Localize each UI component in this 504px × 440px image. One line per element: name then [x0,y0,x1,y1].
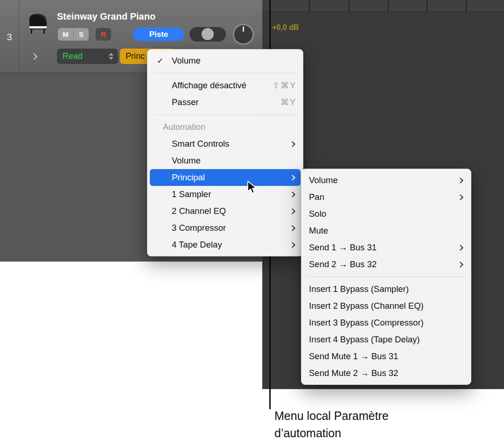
menu-item-insert-3-bypass-compressor[interactable]: Insert 3 Bypass (Compressor) [301,314,471,331]
menu-item-principal[interactable]: Principal [150,169,301,186]
menu-item-insert-1-bypass-sampler[interactable]: Insert 1 Bypass (Sampler) [301,281,471,298]
up-down-arrows-icon [109,53,113,60]
menu-separator [153,73,297,73]
menu-item-label: 4 Tape Delay [172,240,222,250]
menu-item-label: Send 2 → Bus 32 [309,259,377,270]
menu-item-mute[interactable]: Mute [301,222,471,239]
menu-item-label: Volume [172,56,201,66]
submenu-chevron-icon [289,175,295,181]
menu-item-label: Affichage désactivé [172,80,246,91]
menu-separator [153,114,297,115]
mouse-cursor-icon [246,180,259,194]
menu-item-label: Mute [309,226,328,236]
track-number-divider [19,0,19,73]
volume-knob[interactable] [233,24,254,45]
solo-button[interactable]: S [73,28,89,41]
menu-item-send-2-bus-32[interactable]: Send 2 → Bus 32 [301,256,471,273]
submenu-chevron-icon [457,262,463,268]
menu-item-pan[interactable]: Pan [301,189,471,206]
shortcut-label: ⇧⌘Y [273,80,296,91]
menu-item-volume[interactable]: Volume [147,152,303,169]
submenu-chevron-icon [457,194,463,200]
menu-item-label: Send Mute 2 → Bus 32 [309,368,398,378]
menu-item-label: 1 Sampler [172,189,211,199]
menu-item-insert-2-bypass-channel-eq[interactable]: Insert 2 Bypass (Channel EQ) [301,298,471,314]
caption: Menu local Paramètre d’automation [274,407,389,440]
automation-mode-select[interactable]: Read [57,49,118,64]
mute-button[interactable]: M [58,28,73,41]
menu-section-header-automation: Automation [147,119,303,135]
track-number: 3 [0,32,19,43]
caption-line-2: d’automation [274,425,389,440]
menu-item-label: Volume [309,175,338,185]
menu-item-label: Insert 4 Bypass (Tape Delay) [309,334,420,345]
caption-line-1: Menu local Paramètre [274,407,389,425]
menu-item-label: Solo [309,209,326,219]
track-on-toggle[interactable] [189,27,226,42]
menu-item-volume[interactable]: Volume [301,172,471,189]
menu-item-4-tape-delay[interactable]: 4 Tape Delay [147,236,303,253]
submenu-chevron-icon [457,177,463,184]
ruler-tick [309,0,310,12]
menu-separator [307,277,465,277]
menu-item-insert-4-bypass-tape-delay[interactable]: Insert 4 Bypass (Tape Delay) [301,331,471,348]
ruler-tick [349,0,350,12]
checkmark-icon: ✓ [157,56,163,66]
screenshot-root: +0,0 dB 3 Steinway Grand Piano M S R Pis… [0,0,504,440]
menu-item-label: Send 1 → Bus 31 [309,242,377,253]
submenu-chevron-icon [289,225,295,231]
record-enable-button[interactable]: R [96,28,111,41]
ruler-tick [466,0,467,12]
disclosure-chevron-icon[interactable] [32,52,36,61]
shortcut-label: ⌘Y [280,97,296,107]
piste-button[interactable]: Piste [133,28,184,41]
automation-mode-label: Read [63,51,83,61]
automation-parameter-menu: ✓VolumeAffichage désactivé⇧⌘YPasser⌘YAut… [147,49,303,256]
menu-item-label: Smart Controls [172,139,229,149]
toggle-knob [202,28,214,40]
knob-pointer [243,26,244,32]
ruler-tick [427,0,427,12]
menu-item-solo[interactable]: Solo [301,206,471,222]
submenu-chevron-icon [289,141,295,147]
menu-item-send-mute-2-bus-32[interactable]: Send Mute 2 → Bus 32 [301,365,471,382]
track-title: Steinway Grand Piano [57,11,155,22]
menu-item-label: Insert 2 Bypass (Channel EQ) [309,301,424,311]
menu-item-passer[interactable]: Passer⌘Y [147,94,303,111]
automation-db-value: +0,0 dB [272,23,299,32]
submenu-chevron-icon [289,242,295,248]
menu-item-label: Pan [309,192,324,202]
menu-item-send-mute-1-bus-31[interactable]: Send Mute 1 → Bus 31 [301,348,471,365]
mute-solo-group: M S [58,28,89,41]
menu-item-label: Volume [172,156,201,166]
grand-piano-icon[interactable] [26,12,49,36]
ruler-strip [262,0,504,12]
submenu-chevron-icon [289,208,295,214]
menu-item-2-channel-eq[interactable]: 2 Channel EQ [147,203,303,220]
ruler-tick [388,0,389,12]
submenu-chevron-icon [289,192,295,198]
menu-item-affichage-desactive[interactable]: Affichage désactivé⇧⌘Y [147,77,303,94]
principal-submenu: VolumePanSoloMuteSend 1 → Bus 31Send 2 →… [301,169,471,385]
menu-item-smart-controls[interactable]: Smart Controls [147,135,303,152]
submenu-chevron-icon [457,245,463,251]
menu-item-label: Send Mute 1 → Bus 31 [309,351,398,362]
menu-item-1-sampler[interactable]: 1 Sampler [147,186,303,203]
menu-item-label: 2 Channel EQ [172,206,226,216]
menu-item-label: Principal [172,172,205,183]
menu-item-label: Insert 1 Bypass (Sampler) [309,284,409,294]
menu-item-send-1-bus-31[interactable]: Send 1 → Bus 31 [301,239,471,256]
menu-item-3-compressor[interactable]: 3 Compressor [147,220,303,236]
menu-item-label: Insert 3 Bypass (Compressor) [309,318,424,328]
menu-item-label: Passer [172,97,199,107]
menu-item-volume[interactable]: ✓Volume [147,52,303,69]
menu-item-label: 3 Compressor [172,223,226,233]
